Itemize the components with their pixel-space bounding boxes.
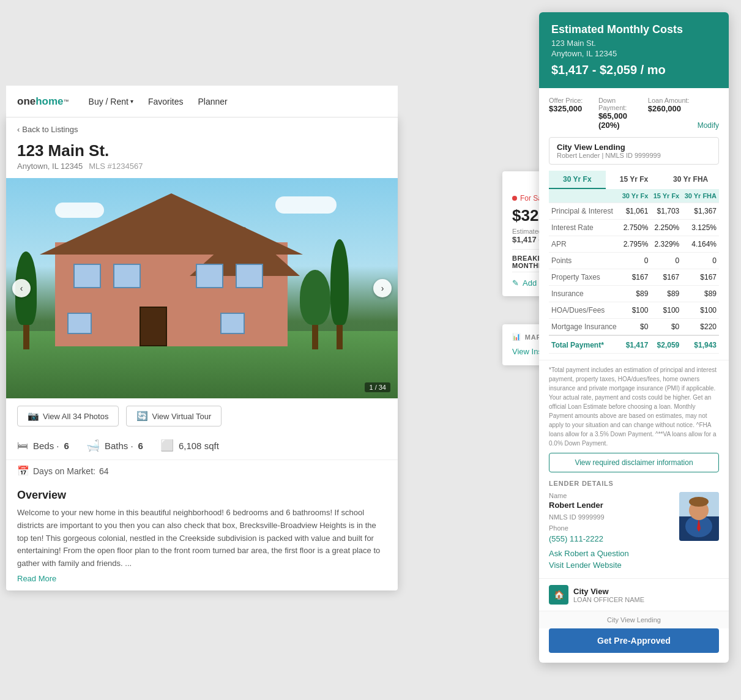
for-sale-dot	[512, 196, 517, 201]
lender-nmls: NMLS ID 9999999	[549, 513, 679, 521]
table-row: Insurance$89$89$89	[549, 286, 719, 302]
lender-name: City View Lending	[557, 143, 711, 152]
camera-icon: 📷	[28, 411, 39, 422]
loan-amount-item: Loan Amount: $260,000	[648, 97, 690, 113]
back-to-listings[interactable]: ‹ Back to Listings	[6, 117, 398, 136]
navbar: onehome™ Buy / Rent ▾ Favorites Planner	[6, 86, 398, 117]
logo-tm: ™	[64, 99, 69, 105]
address-city: Anytown, IL 12345	[17, 162, 83, 171]
ask-question-link[interactable]: Ask Robert a Question	[549, 549, 679, 558]
lender-avatar	[679, 492, 719, 541]
cost-panel-city: Anytown, IL 12345	[551, 49, 717, 58]
lender-details-section: LENDER DETAILS Name Robert Lender NMLS I…	[539, 480, 729, 572]
logo-text-one: one	[17, 95, 35, 108]
total-payment-row: Total Payment*$1,417$2,059$1,943	[549, 335, 719, 354]
site-logo: onehome™	[17, 95, 69, 108]
pre-approved-button[interactable]: Get Pre-Approved	[549, 628, 719, 653]
property-address-sub: Anytown, IL 12345 MLS #1234567	[17, 162, 387, 171]
property-address-main: 123 Main St.	[17, 141, 387, 160]
table-row: APR2.795%2.329%4.164%	[549, 236, 719, 253]
tree-decoration	[330, 233, 349, 349]
logo-text-home: home	[35, 95, 63, 108]
loan-tab-15yr[interactable]: 15 Yr Fx	[606, 171, 663, 189]
disclaimer-text: *Total payment includes an estimation of…	[539, 360, 729, 453]
lender-box: City View Lending Robert Lender | NMLS I…	[549, 137, 719, 165]
lender-phone[interactable]: (555) 111-2222	[549, 534, 603, 543]
overview-title: Overview	[17, 489, 387, 502]
chart-icon: 📊	[512, 333, 521, 341]
nav-planner[interactable]: Planner	[198, 97, 228, 106]
mls-number: MLS #1234567	[89, 162, 143, 171]
tree-decoration	[300, 264, 330, 349]
photo-counter: 1 / 34	[365, 382, 390, 392]
tour-icon: 🔄	[136, 411, 148, 422]
note-icon: ✎	[512, 278, 519, 288]
cost-panel-body: Offer Price: $325,000 Down Payment: $65,…	[539, 88, 729, 354]
view-virtual-tour-button[interactable]: 🔄 View Virtual Tour	[126, 406, 222, 426]
days-on-market: 📅 Days on Market: 64	[6, 460, 398, 482]
window-decoration	[113, 264, 141, 288]
bath-icon: 🛁	[86, 439, 100, 452]
nav-favorites[interactable]: Favorites	[148, 97, 184, 106]
table-row: Principal & Interest$1,061$1,703$1,367	[549, 203, 719, 220]
door-decoration	[140, 307, 167, 346]
offer-row: Offer Price: $325,000 Down Payment: $65,…	[549, 97, 719, 130]
sqft-stat: ⬜ 6,108 sqft	[160, 439, 219, 452]
avatar-image	[679, 492, 719, 541]
table-row: Mortgage Insurance$0$0$220	[549, 319, 719, 336]
loan-tab-fha[interactable]: 30 Yr FHA	[662, 171, 719, 189]
loan-tab-30yr[interactable]: 30 Yr Fx	[549, 171, 606, 189]
main-nav: Buy / Rent ▾ Favorites Planner	[89, 97, 228, 106]
chevron-down-icon: ▾	[130, 98, 133, 105]
cost-panel-address: 123 Main St.	[551, 39, 717, 48]
property-title-section: 123 Main St. Anytown, IL 12345 MLS #1234…	[6, 136, 398, 173]
phone-label: Phone	[549, 524, 679, 532]
beds-stat: 🛏 Beds · 6	[17, 439, 69, 452]
nav-buy-rent[interactable]: Buy / Rent ▾	[89, 97, 133, 106]
property-stats: 🛏 Beds · 6 🛁 Baths · 6 ⬜ 6,108 sqft	[6, 434, 398, 460]
baths-stat: 🛁 Baths · 6	[86, 439, 143, 452]
city-view-logo-text: City View LOAN OFFICER NAME	[573, 587, 644, 603]
table-row: HOA/Dues/Fees$100$100$100	[549, 302, 719, 319]
chevron-left-icon: ‹	[17, 125, 20, 134]
photo-next-button[interactable]: ›	[373, 279, 392, 297]
overview-text: Welcome to your new home in this beautif…	[17, 507, 387, 570]
disclaimer-button[interactable]: View required disclaimer information	[549, 453, 719, 472]
cost-panel-title: Estimated Monthly Costs	[551, 23, 717, 36]
table-row: Property Taxes$167$167$167	[549, 269, 719, 286]
window-decoration	[67, 313, 92, 334]
window-decoration	[73, 264, 101, 288]
svg-point-5	[689, 497, 709, 507]
window-decoration	[220, 313, 245, 334]
overview-section: Overview Welcome to your new home in thi…	[6, 482, 398, 590]
visit-website-link[interactable]: Visit Lender Website	[549, 560, 679, 570]
offer-price-item: Offer Price: $325,000	[549, 97, 591, 113]
lender-details-title: LENDER DETAILS	[549, 480, 719, 487]
read-more-link[interactable]: Read More	[17, 574, 387, 583]
loan-tabs: 30 Yr Fx 15 Yr Fx 30 Yr FHA	[549, 171, 719, 189]
city-view-bottom: City View Lending	[539, 611, 729, 628]
sqft-icon: ⬜	[160, 439, 174, 452]
lender-info-left: Name Robert Lender NMLS ID 9999999 Phone…	[549, 492, 679, 572]
photo-container: ‹ › 1 / 34	[6, 178, 398, 398]
bed-icon: 🛏	[17, 439, 28, 452]
window-decoration	[196, 264, 223, 288]
view-all-photos-button[interactable]: 📷 View All 34 Photos	[17, 406, 119, 426]
down-payment-item: Down Payment: $65,000 (20%)	[598, 97, 641, 130]
table-row: Points000	[549, 253, 719, 269]
cost-panel-price-range: $1,417 - $2,059 / mo	[551, 63, 717, 77]
calendar-icon: 📅	[17, 465, 29, 477]
house-photo	[6, 178, 398, 398]
lender-name-label: Name	[549, 492, 679, 499]
table-row: Interest Rate2.750%2.250%3.125%	[549, 220, 719, 236]
listing-body: ‹ Back to Listings 123 Main St. Anytown,…	[6, 117, 398, 590]
window-decoration	[236, 264, 263, 288]
tree-decoration	[15, 245, 37, 349]
cost-panel: Estimated Monthly Costs 123 Main St. Any…	[539, 12, 729, 663]
lender-sub: Robert Lender | NMLS ID 9999999	[557, 152, 711, 159]
lender-full-name: Robert Lender	[549, 501, 679, 510]
modify-link[interactable]: Modify	[698, 121, 719, 130]
photo-prev-button[interactable]: ‹	[12, 279, 31, 297]
city-view-logo-icon: 🏠	[549, 585, 568, 605]
cost-panel-header: Estimated Monthly Costs 123 Main St. Any…	[539, 12, 729, 88]
